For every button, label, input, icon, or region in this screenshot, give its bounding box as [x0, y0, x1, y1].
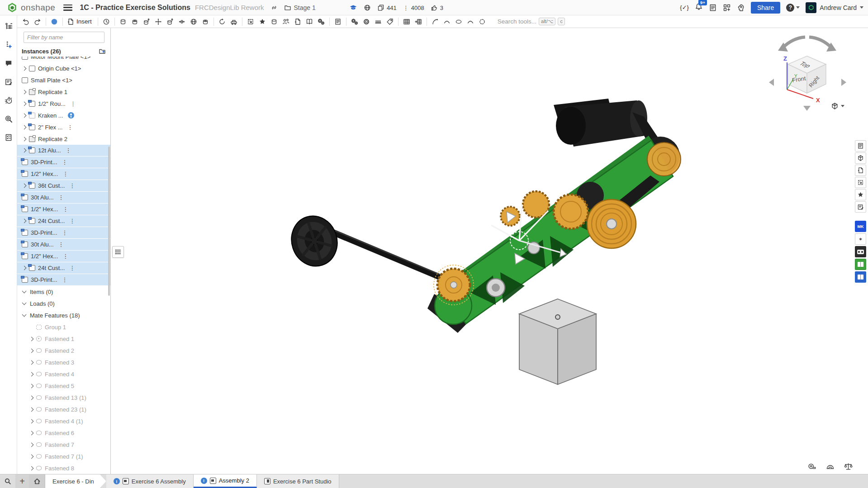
rotate-left-arrow[interactable]	[769, 79, 774, 86]
mate-icon[interactable]	[48, 16, 60, 27]
named-positions-icon[interactable]	[100, 16, 112, 27]
redo-icon[interactable]	[32, 16, 43, 27]
mate-feature-row[interactable]: Fastened 4	[17, 368, 110, 380]
instance-row[interactable]: 36t Cust... ⋮	[17, 180, 110, 192]
copies-stat[interactable]: 441	[377, 4, 397, 11]
instance-row[interactable]: 3D-Print... ⋮	[17, 227, 110, 239]
mate-feature-row[interactable]: Fastened 5	[17, 380, 110, 392]
instance-row[interactable]: 24t Cust... ⋮	[17, 215, 110, 227]
green-library-app-icon[interactable]	[855, 259, 866, 270]
mate-feature-row[interactable]: Fastened 8	[17, 462, 110, 474]
tab-exercise-6-part-studio[interactable]: ! Exercise 6 Part Studio	[257, 474, 339, 488]
expand-chevron-icon[interactable]	[28, 417, 35, 425]
bom-panel-icon[interactable]	[855, 140, 866, 152]
learning-center-icon[interactable]	[737, 4, 745, 12]
instance-row[interactable]: Replicate 2	[17, 133, 110, 145]
folder-label[interactable]: Stage 1	[294, 4, 316, 11]
cylindrical-mate-icon[interactable]	[164, 16, 176, 27]
activity-history-panel-icon[interactable]	[3, 95, 14, 106]
onshape-wordmark[interactable]: onshape	[21, 3, 55, 13]
in-context-edit-icon[interactable]	[292, 16, 304, 27]
publication-icon[interactable]	[304, 16, 315, 27]
relations-icon[interactable]	[315, 16, 327, 27]
mate-feature-row[interactable]: Fastened 1	[17, 333, 110, 345]
release-notes-panel-icon[interactable]	[3, 76, 14, 87]
whats-new-icon[interactable]	[709, 4, 717, 12]
assembly-3d-scene[interactable]	[111, 28, 868, 474]
parallel-mate-icon[interactable]	[199, 16, 211, 27]
expand-chevron-icon[interactable]	[21, 100, 28, 107]
user-menu[interactable]: ⬡ Andrew Card	[806, 2, 863, 13]
gear-relation-icon[interactable]	[349, 16, 360, 27]
insert-column-icon[interactable]	[413, 16, 424, 27]
expand-chevron-icon[interactable]	[21, 135, 28, 142]
comments-panel-icon[interactable]	[3, 58, 14, 69]
instance-row[interactable]: 1/2" Rou... ⋮	[17, 98, 110, 109]
replicate-icon[interactable]	[280, 16, 292, 27]
mate-feature-row[interactable]: Fastened 3	[17, 356, 110, 368]
update-available-icon[interactable]	[68, 112, 74, 118]
instance-row[interactable]: 1/2" Hex... ⋮	[17, 168, 110, 180]
instance-row[interactable]: 2" Flex ... ⋮	[17, 121, 110, 133]
tab-exercise-6-assembly[interactable]: ! Exercise 6 Assembly	[106, 474, 194, 488]
instance-list-flyout-button[interactable]	[112, 246, 124, 258]
notifications-button[interactable]: 9+	[695, 3, 703, 13]
instance-row[interactable]: Kraken ...	[17, 109, 110, 121]
expand-chevron-icon[interactable]	[28, 453, 35, 460]
expand-chevron-icon[interactable]	[21, 182, 28, 190]
revolute-mate-icon[interactable]	[129, 16, 141, 27]
add-to-folder-icon[interactable]	[99, 47, 106, 55]
share-button[interactable]: Share	[751, 2, 780, 14]
undo-icon[interactable]	[20, 16, 32, 27]
graphics-viewport[interactable]: Top Front Right Z X Y	[111, 28, 868, 474]
robot-app-icon[interactable]	[855, 246, 866, 257]
filter-by-name-input[interactable]	[24, 32, 104, 43]
tab-search-button[interactable]	[0, 474, 15, 488]
help-menu[interactable]: ?	[786, 4, 800, 12]
instance-row[interactable]: 1/2" Hex... ⋮	[17, 204, 110, 215]
instance-row[interactable]: 30t Alu... ⋮	[17, 239, 110, 251]
expand-chevron-icon[interactable]	[28, 382, 35, 389]
table-icon[interactable]	[401, 16, 413, 27]
expand-chevron-icon[interactable]	[21, 265, 28, 272]
transform-icon[interactable]	[245, 16, 256, 27]
mate-feature-row[interactable]: Fastened 7	[17, 439, 110, 450]
rack-relation-icon[interactable]	[372, 16, 384, 27]
planar-mate-icon[interactable]	[152, 16, 164, 27]
link-icon[interactable]	[270, 4, 278, 11]
education-badge-icon[interactable]	[349, 4, 357, 12]
view-menu-button[interactable]	[831, 102, 844, 110]
format-panel-icon[interactable]	[855, 201, 866, 213]
collapse-chevron-icon[interactable]	[21, 300, 28, 307]
hamburger-menu-icon[interactable]	[63, 5, 72, 11]
section-row[interactable]: Mate Features (18)	[17, 309, 110, 321]
mate-feature-row[interactable]: Fastened 23 (1)	[17, 403, 110, 415]
public-globe-icon[interactable]	[364, 4, 371, 11]
featurescript-check-icon[interactable]: {✓}	[680, 4, 689, 11]
panel-scrollbar[interactable]	[108, 147, 110, 296]
tab-assembly-2[interactable]: ! Assembly 2	[194, 474, 257, 488]
expand-chevron-icon[interactable]	[28, 347, 35, 354]
instance-row[interactable]: 30t Alu... ⋮	[17, 192, 110, 204]
instance-row[interactable]: 1/2" Hex... ⋮	[17, 251, 110, 262]
instance-row[interactable]: 3D-Print... ⋮	[17, 274, 110, 286]
home-tab-button[interactable]	[29, 474, 45, 488]
configuration-icon[interactable]	[360, 16, 372, 27]
new-tab-button[interactable]: +	[15, 474, 29, 488]
expand-chevron-icon[interactable]	[28, 464, 35, 472]
expand-chevron-icon[interactable]	[28, 406, 35, 413]
rotate-right-arrow[interactable]	[841, 79, 846, 86]
tab-info-icon[interactable]: !	[201, 478, 207, 484]
mate-feature-row[interactable]: Fastened 13 (1)	[17, 392, 110, 403]
sketch-panel-icon[interactable]	[855, 177, 866, 188]
section-row[interactable]: Items (0)	[17, 286, 110, 298]
expand-chevron-icon[interactable]	[28, 359, 35, 366]
tab-info-icon[interactable]: !	[114, 478, 120, 484]
document-link[interactable]	[270, 4, 278, 11]
expand-chevron-icon[interactable]	[21, 112, 28, 119]
expand-chevron-icon[interactable]	[28, 370, 35, 378]
mate-feature-row[interactable]: Fastened 2	[17, 345, 110, 356]
expand-chevron-icon[interactable]	[28, 429, 35, 436]
search-tools-input[interactable]: Search tools... alt/⌥ c	[494, 16, 568, 27]
instance-row[interactable]: Small Plate <1>	[17, 74, 110, 86]
